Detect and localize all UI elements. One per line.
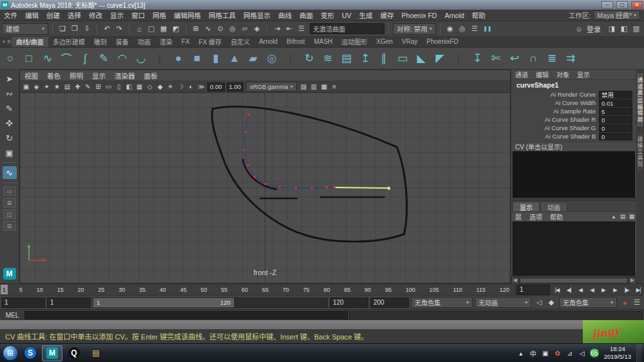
menu-item[interactable]: Phoenix FD — [398, 10, 441, 21]
panel-menu-item[interactable]: 着色 — [43, 71, 65, 81]
menu-set-dropdown[interactable]: 建模 ▾ — [2, 23, 48, 35]
field-chart-icon[interactable]: ▦ — [135, 82, 144, 91]
view-transform-dropdown[interactable]: sRGB gamma ▾ — [246, 82, 297, 91]
safe-action-icon[interactable]: ◇ — [145, 82, 155, 91]
scroll-right-button[interactable]: ▶ — [629, 277, 636, 284]
shelf-tab[interactable]: 动画 — [133, 37, 155, 47]
tray-monitor-icon[interactable]: ▣ — [541, 348, 550, 357]
ipr-render-icon[interactable]: ◎ — [457, 23, 468, 34]
shelf-tab[interactable]: 运动图形 — [337, 37, 372, 47]
nurbs-sphere-icon[interactable]: ● — [169, 50, 187, 68]
menu-item[interactable]: 曲面 — [296, 10, 317, 21]
channel-box-toggle-icon[interactable]: ▥ — [630, 23, 642, 34]
minimize-button[interactable]: ─ — [601, 1, 613, 9]
cv-point[interactable] — [243, 149, 245, 151]
current-time-field[interactable]: 1 — [516, 285, 550, 295]
tray-volume-icon[interactable]: ◁ — [578, 348, 587, 357]
taskbar-clock[interactable]: 18:24 2019/5/13 — [604, 345, 631, 361]
channel-box-menu-item[interactable]: 编辑 — [532, 70, 553, 79]
planar-icon[interactable]: ▤ — [337, 50, 355, 68]
pause-icon[interactable]: ❚❚ — [482, 23, 493, 34]
workspace-dropdown[interactable]: Maya 经典* ▾ — [593, 10, 640, 20]
select-object-icon[interactable]: ▢ — [146, 23, 157, 34]
channel-box-menu-item[interactable]: 通道 — [511, 70, 532, 79]
tray-ime-icon[interactable]: 中 — [529, 348, 538, 357]
menu-item[interactable]: 修改 — [85, 10, 106, 21]
nurbs-torus-icon[interactable]: ◎ — [263, 50, 281, 68]
revolve-icon[interactable]: ↻ — [300, 50, 318, 68]
shadows-icon[interactable]: ☽ — [176, 82, 185, 91]
shading-options-icon[interactable]: ≡ — [330, 82, 339, 91]
cv-point[interactable] — [245, 131, 247, 133]
maximize-button[interactable]: ▢ — [616, 1, 628, 9]
attribute-value-field[interactable]: 5 — [599, 108, 632, 115]
menu-item[interactable]: 网格 — [149, 10, 170, 21]
play-forward-button[interactable]: ▶ — [598, 285, 609, 295]
close-button[interactable]: ✕ — [631, 1, 643, 9]
shelf-tab[interactable]: VRay — [397, 37, 422, 47]
xray-icon[interactable]: ▥ — [309, 82, 319, 91]
cv-point[interactable] — [265, 183, 267, 185]
menu-item[interactable]: 缓存 — [377, 10, 398, 21]
tray-antivirus-icon[interactable]: ✿ — [553, 348, 562, 357]
attribute-value-field[interactable]: 禁用 — [599, 91, 632, 99]
boundary-icon[interactable]: ▭ — [393, 50, 412, 68]
scale-tool[interactable]: ▣ — [3, 146, 17, 159]
cv-point[interactable] — [295, 187, 297, 189]
menu-item[interactable]: 网格工具 — [205, 10, 240, 21]
scroll-left-button[interactable]: ◀ — [511, 277, 519, 284]
insert-isoparm-icon[interactable]: ≣ — [543, 50, 561, 68]
shelf-gear-icon[interactable]: ⚙ — [6, 37, 12, 46]
resolution-gate-icon[interactable]: ▯ — [114, 82, 124, 91]
menu-item[interactable]: 帮助 — [468, 10, 489, 21]
playback-start-field[interactable]: 1 — [47, 298, 91, 308]
lock-camera-icon[interactable]: ◈ — [32, 82, 41, 91]
layout-four-view[interactable]: ⊞ — [3, 198, 16, 207]
nurbs-cube-icon[interactable]: ■ — [188, 50, 206, 68]
horizontal-scrollbar[interactable]: ◀ ▶ — [511, 276, 636, 283]
attribute-value-field[interactable]: 0.01 — [599, 99, 632, 107]
intersect-surfaces-icon[interactable]: ∩ — [524, 50, 542, 68]
panel-menu-item[interactable]: 照明 — [65, 71, 88, 81]
range-slider[interactable]: 1 120 — [93, 298, 328, 308]
input-connections-icon[interactable]: ⇥ — [271, 23, 283, 34]
symmetry-dropdown[interactable]: 对称: 禁用 ▾ — [393, 23, 436, 35]
cv-end-point[interactable] — [388, 187, 390, 189]
image-plane-icon[interactable]: ▤ — [62, 82, 72, 91]
menu-item[interactable]: Arnold — [440, 10, 468, 21]
snap-to-view-plane-icon[interactable]: ▱ — [239, 23, 251, 34]
time-slider[interactable]: 1 51015202530354045505560657075808590951… — [0, 284, 515, 295]
paint-select-tool[interactable]: ✎ — [3, 102, 17, 115]
shelf-tab[interactable]: MASH — [309, 37, 337, 47]
menu-item[interactable]: UV — [338, 10, 355, 21]
shelf-divider-icon[interactable]: | — [450, 50, 468, 68]
shelf-tab[interactable]: 多边形建模 — [48, 37, 90, 47]
snap-to-point-icon[interactable]: ⊙ — [214, 23, 226, 34]
nurbs-square-icon[interactable]: □ — [20, 50, 38, 68]
scrollbar-thumb[interactable] — [520, 278, 628, 283]
character-set-dropdown-2[interactable]: 无角色集 ▾ — [559, 297, 617, 308]
shelf-divider-icon[interactable]: | — [281, 50, 299, 68]
wireframe-on-shaded-icon[interactable]: ▩ — [319, 82, 329, 91]
gamma-field[interactable]: 1.00 — [227, 82, 244, 91]
menu-item[interactable]: 编辑 — [21, 10, 43, 21]
attribute-editor-toggle-icon[interactable]: ◨ — [606, 23, 618, 34]
range-slider-handle[interactable]: 1 120 — [93, 298, 234, 307]
shelf-tab[interactable]: 曲线/曲面 — [12, 37, 48, 47]
cv-point[interactable] — [247, 164, 249, 166]
snap-to-grid-icon[interactable]: ⊞ — [190, 23, 202, 34]
pencil-curve-tool-icon[interactable]: ✎ — [95, 50, 113, 68]
node-name[interactable]: curveShape1 — [511, 80, 636, 90]
menu-item[interactable]: 窗口 — [128, 10, 149, 21]
ep-curve-tool-icon[interactable]: ⌒ — [57, 50, 75, 68]
sign-in-button[interactable]: ☺ 登录 — [569, 23, 605, 34]
tool-settings-toggle-icon[interactable]: ◧ — [618, 23, 630, 34]
film-gate-icon[interactable]: ▭ — [104, 82, 113, 91]
shelf-tab[interactable]: FX 缓存 — [194, 37, 227, 47]
extend-surface-icon[interactable]: ⇉ — [562, 50, 580, 68]
shelf-divider-icon[interactable]: | — [151, 50, 169, 68]
render-icon[interactable]: ◉ — [444, 23, 456, 34]
step-forward-frame-button[interactable]: ▶ — [609, 285, 621, 295]
menu-item[interactable]: 编辑网格 — [170, 10, 205, 21]
cv-section-header[interactable]: CV (单击以显示) — [511, 142, 636, 151]
